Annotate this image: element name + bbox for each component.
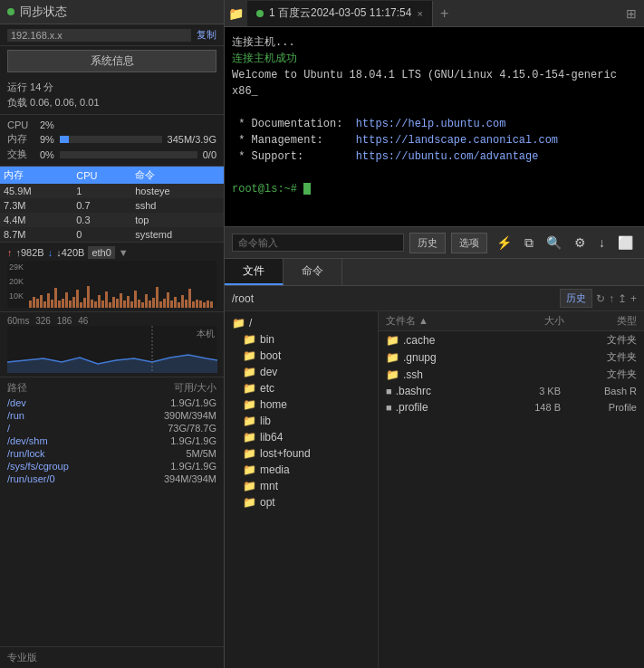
list-item[interactable]: 📁 etc (225, 380, 378, 396)
new-folder-icon[interactable]: + (630, 292, 637, 305)
tree-items: 📁 bin 📁 boot 📁 dev 📁 etc 📁 home 📁 lib 📁 … (225, 331, 378, 511)
list-item[interactable]: 📁 opt (225, 494, 378, 511)
file-list-header: 文件名 ▲ 大小 类型 (379, 311, 644, 331)
tab-add-button[interactable]: + (433, 5, 456, 22)
table-row[interactable]: 7.3M 0.7 sshd (0, 198, 224, 213)
copy-icon[interactable]: ⧉ (521, 234, 537, 253)
maximize-icon[interactable]: ⬜ (614, 234, 637, 252)
svg-rect-10 (54, 288, 57, 308)
latency-right-label: 本机 (197, 328, 215, 340)
svg-rect-45 (181, 295, 184, 308)
proc-header-cmd: 命令 (131, 167, 224, 184)
list-item[interactable]: ■.bashrc 3 KB Bash R (379, 383, 644, 399)
cpu-value: 2% (40, 119, 54, 130)
file-type: Bash R (564, 386, 637, 396)
file-path-text: /root (232, 292, 560, 305)
download-icon[interactable]: ↓ (595, 234, 609, 252)
search-icon[interactable]: 🔍 (543, 234, 565, 252)
tab-files[interactable]: 文件 (225, 259, 284, 285)
file-name: 📁.cache (386, 334, 494, 347)
file-history-button[interactable]: 历史 (560, 289, 592, 308)
list-item[interactable]: 📁 lib (225, 413, 378, 429)
list-item[interactable]: 📁 bin (225, 331, 378, 348)
process-section: 内存 CPU 命令 45.9M 1 hosteye 7.3M 0.7 sshd … (0, 167, 224, 243)
disk-path: /run (7, 410, 135, 421)
term-line-3 (232, 100, 637, 116)
list-item[interactable]: 📁 media (225, 462, 378, 478)
folder-icon-tree: 📁 (243, 463, 256, 476)
folder-icon-tree: 📁 (243, 415, 256, 427)
proc-cmd: top (131, 213, 224, 227)
lightning-icon[interactable]: ⚡ (493, 234, 515, 252)
proc-header-cpu: CPU (72, 167, 131, 184)
settings-icon[interactable]: ⚙ (571, 234, 590, 252)
options-button[interactable]: 选项 (451, 233, 487, 253)
svg-rect-42 (170, 301, 173, 308)
list-item[interactable]: 📁.ssh 文件夹 (379, 366, 644, 383)
list-item[interactable]: 📁 home (225, 396, 378, 413)
history-button[interactable]: 历史 (409, 233, 446, 253)
upload-icon[interactable]: ↥ (618, 292, 627, 305)
command-input[interactable] (232, 234, 404, 252)
folder-tab-icon[interactable]: 📁 (228, 6, 244, 21)
svg-rect-32 (134, 291, 137, 308)
list-item[interactable]: 📁.cache 文件夹 (379, 331, 644, 348)
list-item[interactable]: ■.profile 148 B Profile (379, 399, 644, 415)
terminal-toolbar: 历史 选项 ⚡ ⧉ 🔍 ⚙ ↓ ⬜ (225, 226, 644, 259)
refresh-icon[interactable]: ↻ (596, 292, 605, 305)
file-header-name[interactable]: 文件名 ▲ (386, 314, 501, 328)
svg-text:29K: 29K (9, 262, 24, 272)
disk-row: /dev 1.9G/1.9G (7, 396, 216, 409)
svg-text:10K: 10K (9, 291, 24, 301)
file-manager-tabs: 文件 命令 (225, 259, 644, 286)
svg-rect-17 (80, 302, 82, 308)
svg-rect-50 (199, 301, 202, 308)
terminal-area[interactable]: 连接主机... 连接主机成功 Welcome to Ubuntu 18.04.1… (225, 27, 644, 226)
tree-item-label: boot (260, 349, 281, 362)
process-table: 内存 CPU 命令 45.9M 1 hosteye 7.3M 0.7 sshd … (0, 167, 224, 242)
file-path-bar: /root 历史 ↻ ↑ ↥ + (225, 286, 644, 311)
list-item[interactable]: 📁.gnupg 文件夹 (379, 348, 644, 366)
file-type: 文件夹 (564, 350, 637, 364)
swap-percent: 0% (40, 149, 54, 160)
disk-header-path: 路径 (7, 381, 135, 395)
ip-row: 192.168.x.x 复制 (0, 24, 224, 46)
tab-commands[interactable]: 命令 (284, 259, 342, 285)
table-row[interactable]: 8.7M 0 systemd (0, 227, 224, 242)
disk-rows: /dev 1.9G/1.9G /run 390M/394M / 73G/78.7… (7, 396, 216, 485)
status-bar: 同步状态 (0, 0, 224, 24)
list-item[interactable]: 📁 mnt (225, 478, 378, 494)
tree-item-label: lib64 (260, 431, 283, 444)
tab-grid-icon[interactable]: ⊞ (622, 6, 640, 21)
svg-rect-43 (174, 297, 177, 308)
term-line-0: 连接主机... (232, 34, 637, 51)
svg-rect-19 (87, 286, 90, 308)
proc-cpu: 1 (72, 184, 131, 198)
disk-path: /sys/fs/cgroup (7, 461, 135, 472)
network-chart: 29K 20K 10K (7, 261, 216, 308)
svg-rect-37 (152, 298, 155, 308)
list-item[interactable]: 📁 lib64 (225, 429, 378, 445)
sys-info-button[interactable]: 系统信息 (7, 50, 216, 72)
up-icon[interactable]: ↑ (609, 292, 614, 305)
resource-section: CPU 2% 内存 9% 345M/3.9G 交换 0% 0/0 (0, 115, 224, 167)
table-row[interactable]: 45.9M 1 hosteye (0, 184, 224, 198)
copy-button[interactable]: 复制 (197, 28, 216, 42)
load-text: 负载 0.06, 0.06, 0.01 (7, 96, 100, 110)
mem-bar-container (60, 136, 162, 143)
svg-rect-4 (33, 297, 35, 308)
proc-cpu: 0 (72, 227, 131, 242)
term-prompt: root@ls:~# (232, 183, 297, 196)
svg-rect-7 (43, 301, 46, 308)
table-row[interactable]: 4.4M 0.3 top (0, 213, 224, 227)
file-rows: 📁.cache 文件夹 📁.gnupg 文件夹 📁.ssh 文件夹 ■.bash… (379, 331, 644, 415)
eth-dropdown-icon[interactable]: ▼ (119, 247, 129, 258)
svg-text:20K: 20K (9, 277, 24, 286)
tab-item-main[interactable]: 1 百度云2024-03-05 11:17:54 × (247, 1, 433, 26)
tab-close-button[interactable]: × (417, 8, 422, 19)
disk-row: /run/user/0 394M/394M (7, 472, 216, 485)
list-item[interactable]: 📁 boot (225, 348, 378, 364)
list-item[interactable]: 📁 lost+found (225, 445, 378, 462)
list-item[interactable]: 📁 dev (225, 364, 378, 380)
tree-item-root[interactable]: 📁 / (225, 315, 378, 331)
